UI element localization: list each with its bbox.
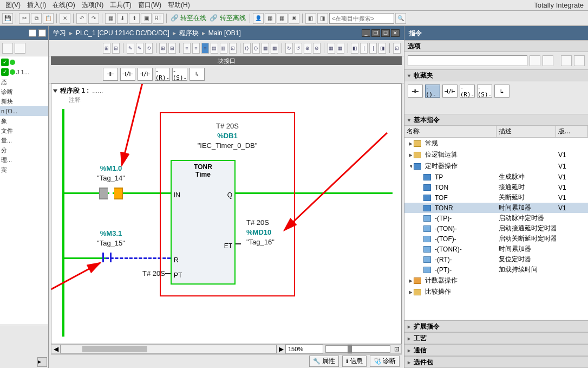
et-icon[interactable]: ▦ <box>262 43 269 54</box>
project-tree-item[interactable]: 新块 <box>0 96 48 106</box>
et-icon[interactable]: ↺ <box>295 43 302 54</box>
instruction-tree-row[interactable]: -(TOF)-启动关断延时定时器 <box>404 234 588 244</box>
et-icon[interactable]: ✎ <box>127 43 134 54</box>
scroll-right-icon[interactable]: ▶ <box>277 345 285 353</box>
block-interface-bar[interactable]: 块接口 <box>51 56 402 65</box>
project-tree-item[interactable]: ✓ <box>0 57 48 67</box>
bc-main[interactable]: Main [OB1] <box>208 29 241 37</box>
section-extended[interactable]: ▸扩展指令 <box>404 320 588 332</box>
et-icon[interactable]: ▤ <box>211 43 218 54</box>
left-header-icon[interactable] <box>29 29 36 37</box>
et-icon[interactable]: ◧ <box>351 43 358 54</box>
tab-info[interactable]: ℹ 信息 <box>342 356 367 367</box>
instruction-tree-row[interactable]: ▶常规 <box>404 138 588 149</box>
et-icon[interactable]: | <box>360 43 368 54</box>
ladder-element-button[interactable]: ↳ <box>190 68 205 81</box>
tab-properties[interactable]: 🔧 属性 <box>309 356 339 367</box>
project-tree-item[interactable]: ✓J 1... <box>0 67 48 77</box>
et-icon[interactable]: ⊡ <box>229 43 237 54</box>
tool-compile-icon[interactable]: ▦ <box>105 13 116 24</box>
tool-undo-icon[interactable]: ↶ <box>76 13 87 24</box>
ladder-element-button[interactable]: -(R)- <box>155 68 170 81</box>
instruction-tree-row[interactable]: -(TP)-启动脉冲定时器 <box>404 213 588 223</box>
et-icon[interactable]: ⊕ <box>304 43 311 54</box>
instruction-tree-row[interactable]: -(PT)-加载持续时间 <box>404 264 588 275</box>
tool-copy-icon[interactable]: ⧉ <box>31 13 42 24</box>
favorite-button[interactable]: ⊣/⊢ <box>442 85 458 98</box>
menu-tools[interactable]: 工具(T) <box>107 0 134 11</box>
restore-icon[interactable]: ❐ <box>371 29 380 37</box>
instruction-tree-row[interactable]: ▼定时器操作V1 <box>404 160 588 172</box>
zoom-input[interactable] <box>285 344 323 354</box>
et-icon[interactable]: ▦ <box>328 43 335 54</box>
section-options[interactable]: 选项 <box>404 40 588 52</box>
et-icon[interactable]: ▦ <box>271 43 278 54</box>
instruction-tree[interactable]: ▶常规▶位逻辑运算V1▼定时器操作V1TP生成脉冲V1TON接通延时V1TOF关… <box>404 138 588 320</box>
et-icon[interactable]: ▦ <box>337 43 344 54</box>
instruction-tree-row[interactable]: TON接通延时V1 <box>404 182 588 192</box>
et-icon[interactable]: ◨ <box>378 43 386 54</box>
project-search-input[interactable] <box>329 13 394 24</box>
tool-layout2-icon[interactable]: ◨ <box>317 13 328 24</box>
et-icon[interactable]: ▥ <box>220 43 227 54</box>
left-tb-icon[interactable] <box>2 43 13 54</box>
et-icon[interactable]: ⟨⟩ <box>243 43 251 54</box>
project-tree-item[interactable]: 诊断 <box>0 87 48 96</box>
project-tree-item[interactable]: 文件 <box>0 126 48 135</box>
opt-icon[interactable] <box>574 55 585 66</box>
instruction-tree-row[interactable]: ▶比较操作 <box>404 286 588 298</box>
et-icon[interactable]: ⊟ <box>112 43 120 54</box>
menu-window[interactable]: 窗口(W) <box>135 0 165 11</box>
bc-project[interactable]: 学习 <box>53 29 66 38</box>
tool-b-icon[interactable]: ▦ <box>265 13 276 24</box>
menu-options[interactable]: 选项(N) <box>79 0 107 11</box>
instruction-tree-row[interactable]: TP生成脉冲V1 <box>404 172 588 182</box>
et-icon[interactable]: ≡ <box>201 43 209 54</box>
tool-delete-icon[interactable]: ✕ <box>60 13 70 24</box>
section-communication[interactable]: ▸通信 <box>404 344 588 356</box>
tool-sim-icon[interactable]: ▣ <box>141 13 152 24</box>
horizontal-scrollbar[interactable] <box>60 345 277 353</box>
tool-paste-icon[interactable]: 📋 <box>43 13 54 24</box>
col-desc[interactable]: 描述 <box>496 126 556 137</box>
favorite-button[interactable]: -(S)- <box>477 85 492 98</box>
editor-canvas[interactable]: 程序段 1 : ...... 注释 %M1.0 "Tag_14" %M3.1 "… <box>51 83 402 344</box>
menu-online[interactable]: 在线(O) <box>49 0 78 11</box>
et-icon[interactable]: ⟲ <box>145 43 153 54</box>
tab-diagnostics[interactable]: 🩺 诊断 <box>370 356 400 367</box>
tool-x-icon[interactable]: ✖ <box>289 13 299 24</box>
tool-c-icon[interactable]: ▦ <box>277 13 288 24</box>
go-online-link[interactable]: 🔗 转至在线 <box>169 14 207 23</box>
opt-icon[interactable] <box>561 55 572 66</box>
tool-cut-icon[interactable]: ✂ <box>19 13 30 24</box>
et-icon[interactable]: ⊡ <box>393 43 401 54</box>
col-ver[interactable]: 版... <box>556 126 588 137</box>
et-icon[interactable]: | <box>369 43 377 54</box>
bc-plc[interactable]: PLC_1 [CPU 1214C DC/DC/DC] <box>76 29 169 37</box>
instruction-tree-row[interactable]: ▶位逻辑运算V1 <box>404 149 588 160</box>
tool-redo-icon[interactable]: ↷ <box>88 13 99 24</box>
menu-insert[interactable]: 插入(I) <box>24 0 49 11</box>
instruction-tree-row[interactable]: -(TONR)-时间累加器 <box>404 244 588 254</box>
tool-download-icon[interactable]: ⬇ <box>117 13 128 24</box>
scroll-left-icon[interactable]: ◀ <box>51 345 60 353</box>
ladder-element-button[interactable]: ⊣/⊢ <box>138 68 153 81</box>
left-header-collapse-icon[interactable] <box>38 29 46 37</box>
menu-help[interactable]: 帮助(H) <box>165 0 193 11</box>
instruction-tree-row[interactable]: ▶计数器操作 <box>404 275 588 286</box>
ladder-element-button[interactable]: -(S)- <box>172 68 187 81</box>
section-technology[interactable]: ▸工艺 <box>404 332 588 344</box>
tool-a-icon[interactable]: 👤 <box>253 13 264 24</box>
project-tree-item[interactable]: n [O... <box>0 106 48 116</box>
section-basic[interactable]: ▾基本指令 <box>404 114 588 126</box>
et-icon[interactable]: ⊞ <box>159 43 167 54</box>
section-favorites[interactable]: ▾收藏夹 <box>404 69 588 81</box>
instruction-tree-row[interactable]: TOF关断延时V1 <box>404 192 588 203</box>
project-tree-item[interactable]: 宾 <box>0 165 48 175</box>
bc-blocks[interactable]: 程序块 <box>179 29 199 38</box>
et-icon[interactable]: ↻ <box>285 43 293 54</box>
tool-rt-icon[interactable]: RT <box>153 13 164 24</box>
et-icon[interactable]: ⟨⟩ <box>252 43 260 54</box>
et-icon[interactable]: ✎ <box>136 43 143 54</box>
ladder-element-button[interactable]: ⊣⊢ <box>103 68 118 81</box>
